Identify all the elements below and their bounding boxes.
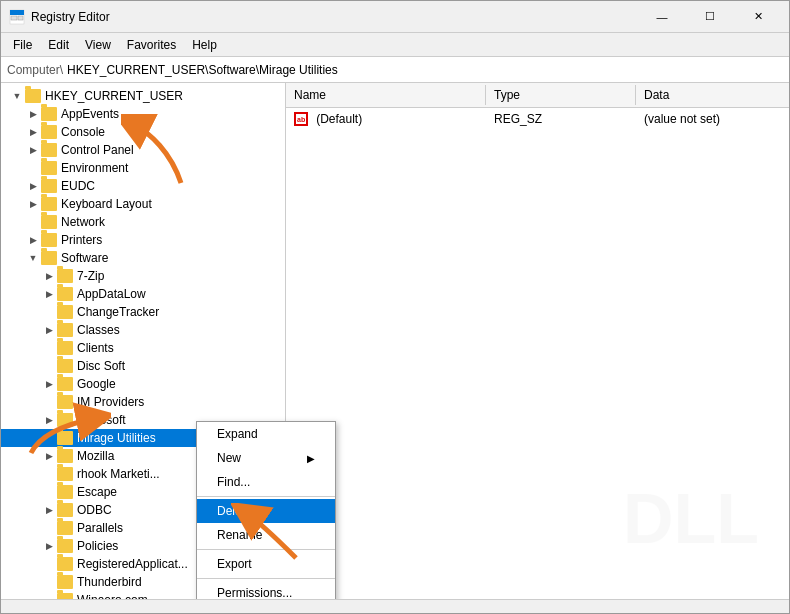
expand-appdatalow[interactable]: ▶ — [41, 286, 57, 302]
context-menu-delete[interactable]: Delete — [197, 499, 335, 523]
folder-icon-console — [41, 125, 57, 139]
folder-icon-escape — [57, 485, 73, 499]
folder-icon-changetracker — [57, 305, 73, 319]
menu-view[interactable]: View — [77, 36, 119, 54]
folder-icon-discsoft — [57, 359, 73, 373]
expand-google[interactable]: ▶ — [41, 376, 57, 392]
tree-item-changetracker[interactable]: ▶ ChangeTracker — [1, 303, 285, 321]
folder-icon-software — [41, 251, 57, 265]
expand-policies[interactable]: ▶ — [41, 538, 57, 554]
expand-console[interactable]: ▶ — [25, 124, 41, 140]
expand-appevents[interactable]: ▶ — [25, 106, 41, 122]
context-menu-rename[interactable]: Rename — [197, 523, 335, 547]
context-menu-permissions[interactable]: Permissions... — [197, 581, 335, 599]
tree-item-network[interactable]: ▶ Network — [1, 213, 285, 231]
registry-editor-window: Registry Editor — ☐ ✕ File Edit View Fav… — [0, 0, 790, 614]
cell-name-text: (Default) — [316, 112, 362, 126]
context-permissions-label: Permissions... — [217, 586, 292, 599]
expand-printers[interactable]: ▶ — [25, 232, 41, 248]
context-expand-label: Expand — [217, 427, 258, 441]
window-controls: — ☐ ✕ — [639, 5, 781, 29]
tree-label-escape: Escape — [77, 485, 117, 499]
tree-item-software[interactable]: ▼ Software — [1, 249, 285, 267]
folder-icon-controlpanel — [41, 143, 57, 157]
folder-icon-odbc — [57, 503, 73, 517]
folder-icon-7zip — [57, 269, 73, 283]
expand-keyboardlayout[interactable]: ▶ — [25, 196, 41, 212]
minimize-button[interactable]: — — [639, 5, 685, 29]
header-name: Name — [286, 85, 486, 105]
tree-item-eudc[interactable]: ▶ EUDC — [1, 177, 285, 195]
tree-label-network: Network — [61, 215, 105, 229]
tree-item-improviders[interactable]: ▶ IM Providers — [1, 393, 285, 411]
tree-label-appevents: AppEvents — [61, 107, 119, 121]
tree-item-environment[interactable]: ▶ Environment — [1, 159, 285, 177]
context-menu-find[interactable]: Find... — [197, 470, 335, 494]
expand-hkcu[interactable]: ▼ — [9, 88, 25, 104]
tree-item-google[interactable]: ▶ Google — [1, 375, 285, 393]
expand-microsoft[interactable]: ▶ — [41, 412, 57, 428]
tree-label-changetracker: ChangeTracker — [77, 305, 159, 319]
svg-rect-3 — [18, 16, 23, 20]
expand-eudc[interactable]: ▶ — [25, 178, 41, 194]
folder-icon-printers — [41, 233, 57, 247]
tree-item-hkcu[interactable]: ▼ HKEY_CURRENT_USER — [1, 87, 285, 105]
context-menu-expand[interactable]: Expand — [197, 422, 335, 446]
address-bar: Computer\ HKEY_CURRENT_USER\Software\Mir… — [1, 57, 789, 83]
tree-item-classes[interactable]: ▶ Classes — [1, 321, 285, 339]
folder-icon-thunderbird — [57, 575, 73, 589]
tree-label-classes: Classes — [77, 323, 120, 337]
tree-item-controlpanel[interactable]: ▶ Control Panel — [1, 141, 285, 159]
expand-classes[interactable]: ▶ — [41, 322, 57, 338]
folder-icon-network — [41, 215, 57, 229]
context-menu-export[interactable]: Export — [197, 552, 335, 576]
menu-help[interactable]: Help — [184, 36, 225, 54]
context-new-label: New — [217, 451, 241, 465]
expand-odbc[interactable]: ▶ — [41, 502, 57, 518]
tree-item-appevents[interactable]: ▶ AppEvents — [1, 105, 285, 123]
context-separator-3 — [197, 578, 335, 579]
tree-label-console: Console — [61, 125, 105, 139]
expand-software[interactable]: ▼ — [25, 250, 41, 266]
folder-icon-appevents — [41, 107, 57, 121]
folder-icon-eudc — [41, 179, 57, 193]
tree-item-discsoft[interactable]: ▶ Disc Soft — [1, 357, 285, 375]
menu-file[interactable]: File — [5, 36, 40, 54]
folder-icon-policies — [57, 539, 73, 553]
folder-icon-improviders — [57, 395, 73, 409]
close-button[interactable]: ✕ — [735, 5, 781, 29]
tree-label-keyboardlayout: Keyboard Layout — [61, 197, 152, 211]
tree-item-printers[interactable]: ▶ Printers — [1, 231, 285, 249]
expand-mozilla[interactable]: ▶ — [41, 448, 57, 464]
folder-icon-hkcu — [25, 89, 41, 103]
main-area: ▼ HKEY_CURRENT_USER ▶ AppEvents ▶ Consol… — [1, 83, 789, 599]
expand-7zip[interactable]: ▶ — [41, 268, 57, 284]
tree-item-keyboardlayout[interactable]: ▶ Keyboard Layout — [1, 195, 285, 213]
maximize-button[interactable]: ☐ — [687, 5, 733, 29]
tree-item-console[interactable]: ▶ Console — [1, 123, 285, 141]
tree-item-7zip[interactable]: ▶ 7-Zip — [1, 267, 285, 285]
folder-icon-rhook — [57, 467, 73, 481]
tree-item-clients[interactable]: ▶ Clients — [1, 339, 285, 357]
tree-label-registeredapplicat: RegisteredApplicat... — [77, 557, 188, 571]
app-icon — [9, 9, 25, 25]
context-separator-2 — [197, 549, 335, 550]
table-row[interactable]: ab (Default) REG_SZ (value not set) — [286, 108, 789, 130]
folder-icon-mirage — [57, 431, 73, 445]
tree-label-appdatalow: AppDataLow — [77, 287, 146, 301]
context-rename-label: Rename — [217, 528, 262, 542]
tree-label-winaero: Winaero.com — [77, 593, 148, 599]
tree-label-mirage: Mirage Utilities — [77, 431, 156, 445]
header-data: Data — [636, 85, 789, 105]
address-path: HKEY_CURRENT_USER\Software\Mirage Utilit… — [67, 63, 338, 77]
menu-favorites[interactable]: Favorites — [119, 36, 184, 54]
tree-label-rhook: rhook Marketi... — [77, 467, 160, 481]
menu-edit[interactable]: Edit — [40, 36, 77, 54]
context-export-label: Export — [217, 557, 252, 571]
folder-icon-classes — [57, 323, 73, 337]
context-menu-new[interactable]: New ▶ — [197, 446, 335, 470]
tree-item-appdatalow[interactable]: ▶ AppDataLow — [1, 285, 285, 303]
expand-controlpanel[interactable]: ▶ — [25, 142, 41, 158]
folder-icon-microsoft — [57, 413, 73, 427]
tree-label-printers: Printers — [61, 233, 102, 247]
